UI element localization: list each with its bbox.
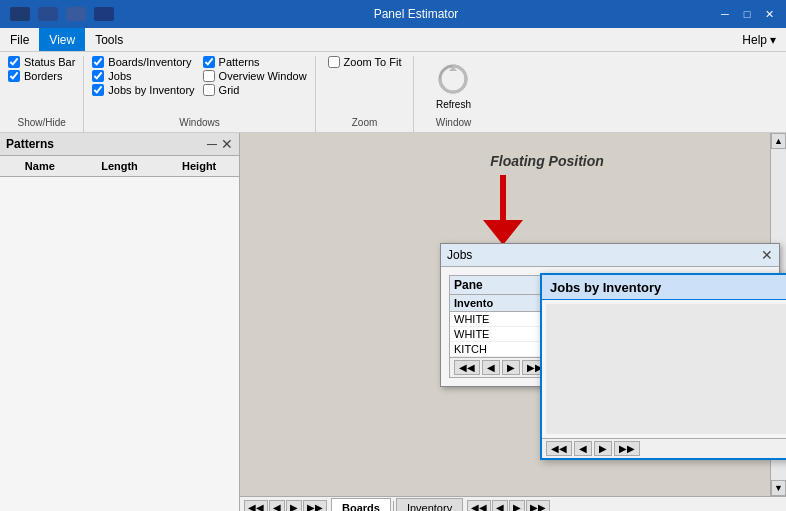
app-icon-3: [66, 7, 86, 21]
tab-nav-first-right[interactable]: ◀◀: [467, 500, 491, 512]
checkbox-zoom-to-fit[interactable]: [328, 56, 340, 68]
maximize-button[interactable]: □: [738, 5, 756, 23]
jobs-nav-prev[interactable]: ◀: [482, 360, 500, 375]
tab-nav-next-right[interactable]: ▶: [509, 500, 525, 512]
show-hide-label: Show/Hide: [8, 115, 75, 132]
checkbox-jobs-by-inventory[interactable]: [92, 84, 104, 96]
tab-divider: [393, 501, 394, 512]
check-jobs-by-inventory[interactable]: Jobs by Inventory: [92, 84, 194, 96]
col-inventory: Invento: [454, 297, 493, 309]
tab-nav-first[interactable]: ◀◀: [244, 500, 268, 512]
refresh-label: Refresh: [436, 99, 471, 110]
app-icon-1: [10, 7, 30, 21]
check-overview[interactable]: Overview Window: [203, 70, 307, 82]
patterns-column-headers: Name Length Height: [0, 156, 239, 177]
tab-nav-right: ◀◀ ◀ ▶ ▶▶: [463, 498, 554, 512]
check-status-bar[interactable]: Status Bar: [8, 56, 75, 68]
tab-nav-last[interactable]: ▶▶: [303, 500, 327, 512]
jobs-nav-next[interactable]: ▶: [502, 360, 520, 375]
windows-col1: Boards/Inventory Jobs Jobs by Inventory: [92, 56, 194, 96]
checkbox-patterns[interactable]: [203, 56, 215, 68]
menu-view[interactable]: View: [39, 28, 85, 51]
windows-label: Windows: [92, 115, 306, 132]
checkbox-status-bar[interactable]: [8, 56, 20, 68]
patterns-controls: ─ ✕: [207, 136, 233, 152]
svg-marker-2: [483, 220, 523, 245]
canvas-area[interactable]: Floating Position ▲ ▼ Jobs ✕ Pane: [240, 133, 786, 511]
floating-position-label: Floating Position: [490, 153, 604, 169]
menu-file[interactable]: File: [0, 28, 39, 51]
jbi-nav-first[interactable]: ◀◀: [546, 441, 572, 456]
jobs-window-title: Jobs: [447, 248, 472, 262]
check-zoom-to-fit[interactable]: Zoom To Fit: [328, 56, 402, 68]
jbi-header: Jobs by Inventory ✕: [542, 275, 786, 300]
panel-title: Pane: [454, 278, 483, 292]
floating-arrow: [483, 175, 523, 248]
menu-bar: File View Tools Help ▾: [0, 28, 786, 52]
patterns-col-name: Name: [0, 158, 80, 174]
ribbon: Status Bar Borders Show/Hide Boards/Inve…: [0, 52, 786, 133]
ribbon-group-windows: Boards/Inventory Jobs Jobs by Inventory …: [84, 56, 315, 132]
minimize-button[interactable]: ─: [716, 5, 734, 23]
title-bar: Panel Estimator ─ □ ✕: [0, 0, 786, 28]
refresh-button[interactable]: Refresh: [422, 56, 484, 115]
window-content: Refresh: [422, 56, 484, 115]
bottom-tabs: ◀◀ ◀ ▶ ▶▶ Boards Inventory ◀◀ ◀ ▶ ▶▶: [240, 496, 786, 511]
tab-nav-left: ◀◀ ◀ ▶ ▶▶: [240, 498, 331, 512]
windows-content: Boards/Inventory Jobs Jobs by Inventory …: [92, 56, 306, 115]
menu-help[interactable]: Help ▾: [732, 31, 786, 49]
patterns-close-button[interactable]: ✕: [221, 136, 233, 152]
close-button[interactable]: ✕: [760, 5, 778, 23]
checkbox-boards-inventory[interactable]: [92, 56, 104, 68]
app-title: Panel Estimator: [116, 7, 716, 21]
tab-inventory[interactable]: Inventory: [396, 498, 463, 512]
check-patterns[interactable]: Patterns: [203, 56, 307, 68]
app-icon-2: [38, 7, 58, 21]
zoom-content: Zoom To Fit: [328, 56, 402, 115]
check-boards-inventory[interactable]: Boards/Inventory: [92, 56, 194, 68]
menu-tools[interactable]: Tools: [85, 28, 133, 51]
check-jobs[interactable]: Jobs: [92, 70, 194, 82]
arrow-icon: [483, 175, 523, 245]
jbi-nav-next[interactable]: ▶: [594, 441, 612, 456]
help-label: Help: [742, 33, 767, 47]
checkbox-overview[interactable]: [203, 70, 215, 82]
ribbon-group-window: Refresh Window: [414, 56, 492, 132]
jbi-title: Jobs by Inventory: [550, 280, 661, 295]
check-grid[interactable]: Grid: [203, 84, 307, 96]
patterns-title: Patterns: [6, 137, 54, 151]
check-borders[interactable]: Borders: [8, 70, 75, 82]
jbi-nav: ◀◀ ◀ ▶ ▶▶: [542, 438, 786, 458]
show-hide-content: Status Bar Borders: [8, 56, 75, 115]
tab-nav-prev[interactable]: ◀: [269, 500, 285, 512]
main-area: Patterns ─ ✕ Name Length Height Floating…: [0, 133, 786, 511]
jobs-window-header: Jobs ✕: [441, 244, 779, 267]
app-icons: [8, 7, 116, 21]
window-controls: ─ □ ✕: [716, 5, 778, 23]
jbi-body[interactable]: [546, 304, 786, 434]
refresh-icon-container: [435, 61, 471, 97]
checkbox-jobs[interactable]: [92, 70, 104, 82]
tab-boards[interactable]: Boards: [331, 498, 391, 512]
checkbox-borders[interactable]: [8, 70, 20, 82]
scroll-down-button[interactable]: ▼: [771, 480, 786, 496]
patterns-header: Patterns ─ ✕: [0, 133, 239, 156]
help-arrow: ▾: [770, 33, 776, 47]
jobs-nav-first[interactable]: ◀◀: [454, 360, 480, 375]
patterns-pin-button[interactable]: ─: [207, 136, 217, 152]
scroll-up-button[interactable]: ▲: [771, 133, 786, 149]
checkbox-grid[interactable]: [203, 84, 215, 96]
patterns-col-height: Height: [159, 158, 239, 174]
jbi-nav-prev[interactable]: ◀: [574, 441, 592, 456]
zoom-label: Zoom: [328, 115, 402, 132]
jobs-window-close[interactable]: ✕: [761, 247, 773, 263]
patterns-panel: Patterns ─ ✕ Name Length Height: [0, 133, 240, 511]
jobs-by-inventory-window: Jobs by Inventory ✕ ◀◀ ◀ ▶ ▶▶: [540, 273, 786, 460]
tab-nav-last-right[interactable]: ▶▶: [526, 500, 550, 512]
tab-nav-prev-right[interactable]: ◀: [492, 500, 508, 512]
app-icon-4: [94, 7, 114, 21]
tab-nav-next[interactable]: ▶: [286, 500, 302, 512]
window-label: Window: [422, 115, 484, 132]
patterns-col-length: Length: [80, 158, 160, 174]
jbi-nav-last[interactable]: ▶▶: [614, 441, 640, 456]
